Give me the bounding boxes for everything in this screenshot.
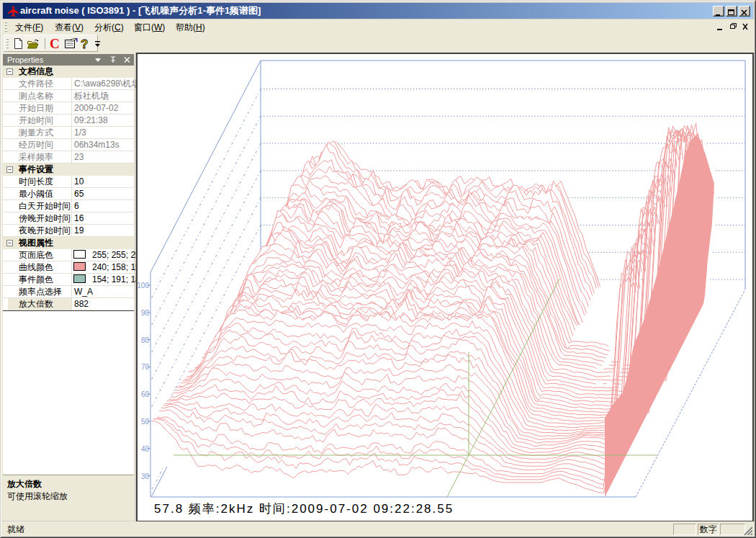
- svg-text:100: 100: [138, 282, 149, 290]
- svg-text:30: 30: [141, 472, 150, 480]
- svg-text:70: 70: [141, 363, 150, 371]
- svg-text:C: C: [50, 37, 60, 50]
- svg-text:60: 60: [141, 390, 150, 398]
- svg-text:40: 40: [141, 445, 150, 453]
- svg-text:50: 50: [141, 418, 150, 426]
- svg-text:90: 90: [141, 309, 150, 317]
- svg-text:80: 80: [141, 336, 150, 344]
- svg-text:?: ?: [81, 37, 88, 50]
